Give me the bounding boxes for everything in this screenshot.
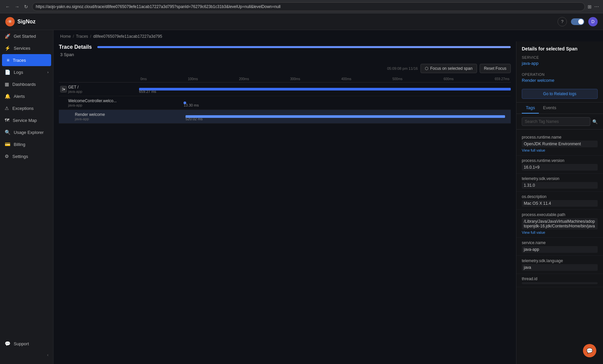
tab-tags[interactable]: Tags (522, 103, 539, 114)
sidebar-item-dashboards[interactable]: ▦ Dashboards (0, 78, 53, 90)
reset-focus-label: Reset Focus (484, 66, 506, 71)
span-label-col: Render welcome java-app (59, 112, 139, 121)
sidebar-item-settings[interactable]: ⚙ Settings (0, 150, 53, 162)
sidebar-item-billing[interactable]: 💳 Billing (0, 138, 53, 150)
browser-refresh-button[interactable]: ↻ (23, 3, 29, 11)
span-bar-col: 659.27 ms (139, 84, 511, 94)
sidebar-item-traces[interactable]: ≡ Traces (2, 54, 51, 66)
browser-url-bar[interactable]: https://aojo-yakn.eu.signoz.cloud/trace/… (32, 2, 585, 11)
breadcrumb-traces[interactable]: Traces (76, 34, 88, 39)
tag-value: java (522, 264, 598, 271)
view-full-value-link-2[interactable]: View full value (522, 230, 545, 234)
tag-value: OpenJDK Runtime Environment (522, 141, 598, 147)
browser-menu-icon: ⋯ (594, 4, 599, 9)
avatar[interactable]: D (588, 17, 598, 26)
chat-bubble-button[interactable]: 💬 (583, 344, 596, 357)
tag-items-list: process.runtime.name OpenJDK Runtime Env… (516, 130, 603, 290)
goto-related-logs-button[interactable]: Go to Related logs (522, 89, 598, 99)
span-info: WelcomeController.welco... java-app (68, 99, 117, 107)
breadcrumb-sep-2: / (90, 34, 91, 39)
table-row[interactable]: WelcomeController.welco... java-app 13.3… (59, 96, 511, 110)
sidebar-item-label: Get Started (14, 34, 48, 39)
sidebar-item-alerts[interactable]: 🔔 Alerts (0, 90, 53, 102)
span-label-col: WelcomeController.welco... java-app (59, 99, 139, 107)
span-bar (139, 88, 511, 90)
search-tags-input[interactable] (522, 117, 590, 126)
browser-back-button[interactable]: ← (4, 3, 11, 11)
timeline-header: 0ms 100ms 200ms 300ms 400ms 500ms 600ms … (59, 76, 511, 82)
main-content: Home / Traces / d8fee0765079efe11acab172… (53, 30, 603, 364)
list-item: process.executable.path /Library/Java/Ja… (516, 210, 603, 238)
sidebar-label-dashboards: Dashboards (12, 82, 48, 87)
timeline-ticks: 0ms 100ms 200ms 300ms 400ms 500ms 600ms … (139, 77, 511, 81)
span-duration: 520.02 ms (186, 117, 203, 121)
span-info: GET / java-app (68, 85, 82, 94)
get-started-icon: 🚀 (5, 33, 10, 39)
toggle-knob (578, 19, 584, 24)
sidebar-item-service-map[interactable]: 🗺 Service Map (0, 114, 53, 126)
breadcrumb: Home / Traces / d8fee0765079efe11acab172… (53, 30, 603, 41)
sidebar-item-logs[interactable]: 📄 Logs › (0, 66, 53, 78)
sidebar-label-billing: Billing (14, 142, 48, 147)
exceptions-icon: ⚠ (5, 106, 9, 111)
operation-label: Operation (522, 72, 598, 76)
span-label-col: 3 ▾ GET / java-app (59, 85, 139, 94)
breadcrumb-home[interactable]: Home (60, 34, 71, 39)
list-item: telemetry.sdk.version 1.31.0 (516, 174, 603, 192)
trace-span-count: 3 Span (59, 52, 511, 57)
sidebar-item-support[interactable]: 💬 Support (0, 338, 53, 350)
tag-key: telemetry.sdk.version (522, 176, 598, 181)
tag-key: os.description (522, 194, 598, 199)
breadcrumb-trace-id: d8fee0765079efe11acab17227a3d795 (93, 34, 162, 39)
details-tabs: Tags Events (516, 103, 603, 114)
breadcrumb-sep-1: / (73, 34, 74, 39)
tag-key: process.runtime.version (522, 158, 598, 163)
top-nav-right: ? D (558, 17, 598, 26)
list-item: telemetry.sdk.language java (516, 256, 603, 274)
trace-timestamp: 05:09:08 pm 11/16 (387, 66, 418, 70)
logo-text: SigNoz (17, 19, 35, 25)
view-full-value-link[interactable]: View full value (522, 148, 545, 152)
app-container: 🚀 Get Started ⚡ Services ≡ Traces 📄 Logs… (0, 30, 603, 364)
sidebar-item-services[interactable]: ⚡ Services (0, 42, 53, 54)
tag-value: 1.31.0 (522, 182, 598, 189)
operation-value: Render welcome (522, 78, 598, 83)
tick-0ms: 0ms (140, 77, 147, 81)
span-duration: 659.27 ms (139, 89, 156, 94)
tag-key: telemetry.sdk.language (522, 258, 598, 263)
span-expand-button[interactable]: 3 ▾ (60, 86, 67, 93)
table-row[interactable]: 3 ▾ GET / java-app 659.27 ms (59, 82, 511, 96)
details-panel-title: Details for selected Span (522, 46, 598, 51)
sidebar: 🚀 Get Started ⚡ Services ≡ Traces 📄 Logs… (0, 30, 53, 364)
tag-value: Mac OS X 11.4 (522, 200, 598, 207)
theme-toggle[interactable] (571, 18, 584, 25)
expand-chevron-icon: ▾ (64, 87, 65, 91)
sidebar-item-get-started[interactable]: 🚀 Get Started (0, 30, 53, 42)
tick-300ms: 300ms (290, 77, 300, 81)
service-value: java-app (522, 61, 598, 66)
table-row[interactable]: Render welcome java-app 520.02 ms (59, 110, 511, 124)
sidebar-item-usage-explorer[interactable]: 🔍 Usage Explorer (0, 126, 53, 138)
tag-value (522, 282, 598, 284)
focus-selected-span-button[interactable]: ⬡ Focus on selected span (420, 64, 477, 73)
logo-area: 👁 SigNoz (5, 17, 35, 26)
browser-forward-button[interactable]: → (13, 3, 21, 11)
tag-key: service.name (522, 240, 598, 245)
trace-main-panel: Trace Details 3 Span 05:09:08 pm 11/16 ⬡… (53, 41, 516, 364)
help-button[interactable]: ? (558, 17, 567, 26)
service-section: Service java-app (522, 55, 598, 69)
sidebar-collapse-button[interactable]: ‹ (0, 350, 53, 360)
service-map-icon: 🗺 (5, 118, 9, 123)
trace-header: Trace Details 3 Span (59, 41, 511, 61)
tick-end: 659.27ms (495, 77, 509, 81)
support-icon: 💬 (5, 341, 10, 346)
browser-action-icon: ⊞ (588, 4, 592, 9)
tag-key: process.executable.path (522, 212, 598, 217)
sidebar-item-exceptions[interactable]: ⚠ Exceptions (0, 102, 53, 114)
details-panel: Details for selected Span Service java-a… (516, 41, 603, 364)
browser-action-buttons: ⊞ ⋯ (588, 4, 599, 9)
sidebar-label-traces: Traces (13, 58, 46, 63)
tick-500ms: 500ms (392, 77, 402, 81)
reset-focus-button[interactable]: Reset Focus (480, 64, 511, 73)
tab-events[interactable]: Events (539, 103, 560, 114)
